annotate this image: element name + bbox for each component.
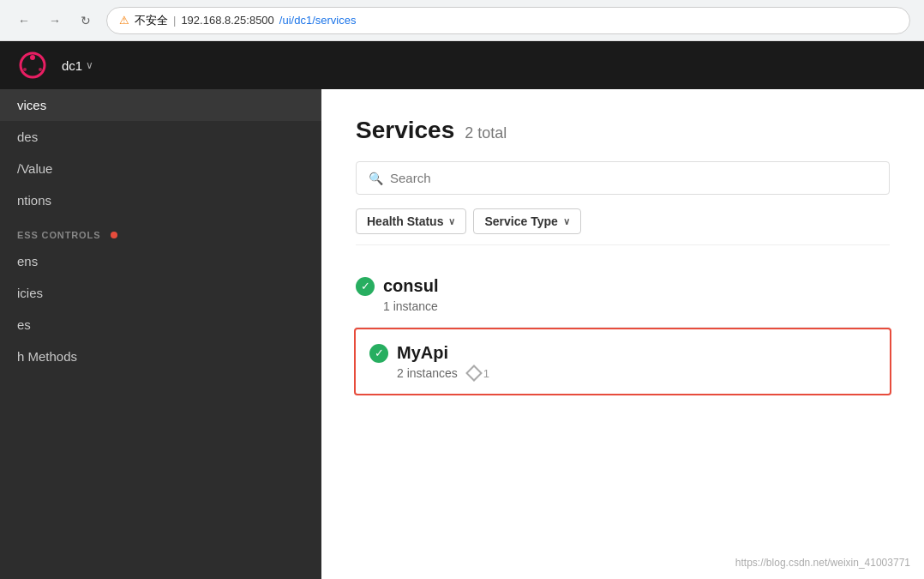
myapi-tags-count: 1: [483, 367, 489, 380]
content-inner: Services 2 total 🔍 Health Status ∨ Servi…: [321, 89, 924, 423]
consul-logo-icon: [17, 50, 48, 81]
page-header: Services 2 total: [356, 117, 890, 144]
dc-label: dc1: [62, 58, 82, 73]
service-type-chevron-icon: ∨: [563, 216, 570, 227]
dc-chevron-icon: ∨: [86, 59, 93, 71]
page-total-count: 2 total: [465, 124, 507, 142]
filter-bar: Health Status ∨ Service Type ∨: [356, 208, 890, 245]
sidebar-item-kv-label: /Value: [17, 161, 52, 176]
sidebar-item-nodes[interactable]: des: [0, 121, 321, 153]
service-item-consul[interactable]: ✓ consul 1 instance: [356, 262, 890, 328]
consul-service-name: consul: [383, 276, 438, 296]
svg-point-4: [23, 68, 27, 71]
sidebar-item-policies-label: icies: [17, 286, 43, 300]
back-button[interactable]: ←: [14, 10, 34, 31]
sidebar-section-access-controls: ESS CONTROLS: [0, 216, 321, 245]
myapi-service-meta: 2 instances 1: [369, 366, 876, 380]
service-type-filter-label: Service Type: [484, 214, 557, 228]
sidebar-item-services[interactable]: vices: [0, 89, 321, 121]
main-content: Services 2 total 🔍 Health Status ∨ Servi…: [321, 41, 924, 579]
consul-instances-label: 1 instance: [383, 299, 438, 313]
security-warning-icon: ⚠: [119, 14, 129, 27]
address-bar[interactable]: ⚠ 不安全 | 192.168.8.25:8500 /ui/dc1/servic…: [106, 7, 910, 34]
svg-point-2: [30, 55, 35, 60]
service-item-myapi[interactable]: ✓ MyApi 2 instances 1: [354, 328, 891, 395]
app-container: dc1 ∨ vices des /Value ntions ESS CONTRO…: [0, 41, 924, 579]
security-warning-text: 不安全: [135, 13, 168, 28]
sidebar: vices des /Value ntions ESS CONTROLS ens…: [0, 41, 321, 579]
service-type-filter[interactable]: Service Type ∨: [473, 208, 580, 234]
search-input[interactable]: [390, 171, 877, 185]
myapi-tags: 1: [468, 367, 489, 380]
consul-health-icon: ✓: [356, 277, 375, 296]
svg-point-3: [39, 68, 42, 71]
consul-service-meta: 1 instance: [356, 299, 890, 313]
health-status-filter[interactable]: Health Status ∨: [356, 208, 466, 234]
separator: |: [173, 14, 176, 27]
tag-diamond-icon: [465, 365, 483, 382]
consul-logo: [17, 50, 48, 81]
address-path: /ui/dc1/services: [279, 14, 357, 27]
top-nav: dc1 ∨: [0, 41, 924, 89]
sidebar-item-intentions-label: ntions: [17, 193, 51, 208]
health-status-filter-label: Health Status: [367, 214, 443, 228]
search-bar[interactable]: 🔍: [356, 161, 890, 195]
address-host: 192.168.8.25:8500: [181, 14, 273, 27]
sidebar-item-roles[interactable]: es: [0, 309, 321, 341]
sidebar-item-tokens-label: ens: [17, 254, 38, 268]
access-controls-status-dot: [111, 232, 117, 238]
service-name-row-myapi: ✓ MyApi: [369, 343, 876, 363]
sidebar-item-auth-methods-label: h Methods: [17, 349, 77, 364]
sidebar-item-auth-methods[interactable]: h Methods: [0, 341, 321, 372]
sidebar-item-nodes-label: des: [17, 130, 38, 144]
watermark: https://blog.csdn.net/weixin_41003771: [735, 557, 910, 569]
browser-bar: ← → ↻ ⚠ 不安全 | 192.168.8.25:8500 /ui/dc1/…: [0, 0, 924, 41]
myapi-service-name: MyApi: [397, 343, 448, 363]
service-name-row-consul: ✓ consul: [356, 276, 890, 296]
sidebar-item-roles-label: es: [17, 317, 31, 332]
sidebar-item-tokens[interactable]: ens: [0, 245, 321, 277]
reload-button[interactable]: ↻: [75, 10, 96, 31]
sidebar-item-kv[interactable]: /Value: [0, 153, 321, 184]
myapi-instances-label: 2 instances: [397, 366, 458, 380]
sidebar-section-label-text: ESS CONTROLS: [17, 230, 100, 240]
forward-button[interactable]: →: [45, 10, 65, 31]
sidebar-item-policies[interactable]: icies: [0, 277, 321, 309]
myapi-health-icon: ✓: [369, 344, 388, 363]
sidebar-item-intentions[interactable]: ntions: [0, 184, 321, 216]
search-icon: 🔍: [369, 172, 383, 185]
dc-selector[interactable]: dc1 ∨: [62, 58, 93, 73]
sidebar-item-services-label: vices: [17, 98, 46, 112]
page-title: Services: [356, 117, 454, 144]
health-status-chevron-icon: ∨: [448, 216, 455, 227]
